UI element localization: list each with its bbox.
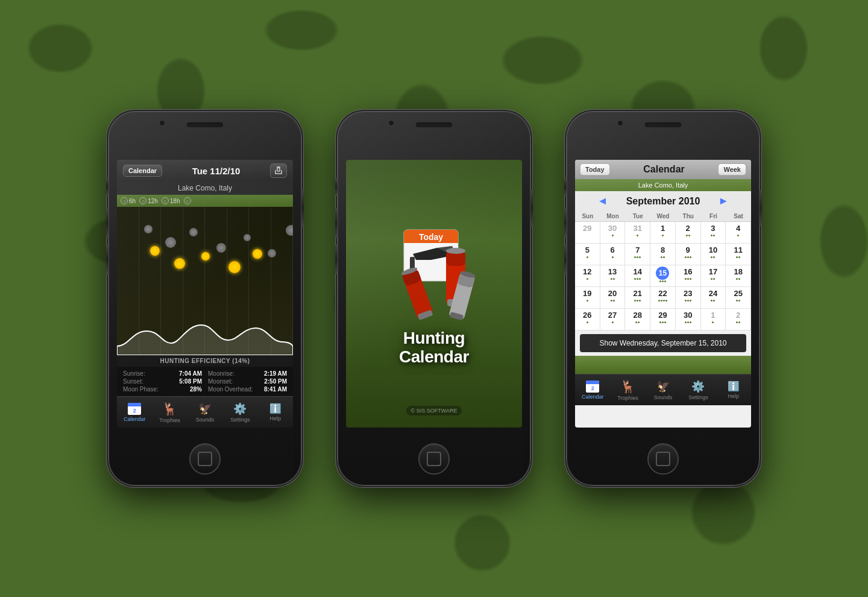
volume-down-button[interactable] xyxy=(106,244,108,274)
tab-help[interactable]: ℹ️ Help xyxy=(258,397,293,428)
cal-dots-1-2 xyxy=(633,256,642,259)
moonset-value: 2:50 PM xyxy=(264,378,287,385)
cal-dots-0-5 xyxy=(709,234,716,237)
cal-cell-2-0[interactable]: 12 xyxy=(575,265,600,287)
tab3-sounds[interactable]: 🦅 Sounds xyxy=(646,374,681,405)
cal-cell-0-5[interactable]: 3 xyxy=(701,222,726,244)
cal-cell-4-6[interactable]: 2 xyxy=(726,309,751,330)
phone3-tabbar: 2 Calendar 🦌 Trophies 🦅 Sounds ⚙️ Settin… xyxy=(575,374,751,405)
cal-cell-4-2[interactable]: 28 xyxy=(625,309,650,330)
cal-cell-0-0[interactable]: 29 xyxy=(575,222,600,244)
home-button-3[interactable] xyxy=(649,444,678,473)
time-item-3: ⊙ 18h xyxy=(162,197,180,204)
sunrise-label: Sunrise: xyxy=(123,370,145,377)
tab3-trophies[interactable]: 🦌 Trophies xyxy=(610,374,645,405)
phone1-screen: Calendar Tue 11/2/10 Lake Como, Italy ⊙ … xyxy=(117,160,293,428)
phone1-header: Calendar Tue 11/2/10 xyxy=(117,160,293,182)
day-header-wed: Wed xyxy=(650,211,676,221)
sunrise-value: 7:04 AM xyxy=(179,370,202,377)
hunting-chart xyxy=(117,207,293,355)
sun-dot-3 xyxy=(201,252,210,261)
phone3-title: Calendar xyxy=(643,164,684,175)
cal-cell-1-1[interactable]: 6 xyxy=(600,244,626,265)
today-button[interactable]: Today xyxy=(580,163,610,175)
mute-button-3[interactable] xyxy=(564,178,567,196)
tab-settings[interactable]: ⚙️ Settings xyxy=(222,397,257,428)
month-title: September 2010 xyxy=(626,196,700,207)
share-button[interactable] xyxy=(270,163,287,178)
cal-cell-4-3[interactable]: 29 xyxy=(650,309,676,330)
tab3-calendar[interactable]: 2 Calendar xyxy=(575,374,610,405)
phone1-location: Lake Como, Italy xyxy=(117,182,293,195)
cal-cell-4-1[interactable]: 27 xyxy=(600,309,626,330)
cal-cell-0-1[interactable]: 30 xyxy=(600,222,626,244)
cal-dots-1-5 xyxy=(709,256,716,259)
power-button-3[interactable] xyxy=(760,190,762,226)
tab-sounds[interactable]: 🦅 Sounds xyxy=(187,397,222,428)
cal-cell-0-2[interactable]: 31 xyxy=(625,222,650,244)
calendar-icon: 2 xyxy=(128,403,141,415)
cal-cell-3-5[interactable]: 24 xyxy=(701,287,726,309)
home-button-2[interactable] xyxy=(420,444,448,473)
cal-icon-body: 2 xyxy=(128,406,141,415)
tab-trophies[interactable]: 🦌 Trophies xyxy=(152,397,187,428)
calendar-button[interactable]: Calendar xyxy=(123,165,162,177)
volume-up-button-3[interactable] xyxy=(564,208,567,238)
prev-month-button[interactable]: ◄ xyxy=(597,195,608,207)
cal-cell-1-4[interactable]: 9 xyxy=(676,244,701,265)
cal-cell-3-2[interactable]: 21 xyxy=(625,287,650,309)
cal-cell-2-6[interactable]: 18 xyxy=(726,265,751,287)
speaker-grill-3 xyxy=(645,122,681,127)
cal-cell-0-4[interactable]: 2 xyxy=(676,222,701,244)
cal-cell-4-5[interactable]: 1 xyxy=(701,309,726,330)
cal-cell-4-4[interactable]: 30 xyxy=(676,309,701,330)
cal-dots-4-3 xyxy=(658,321,667,324)
cal-dots-2-3 xyxy=(658,280,667,283)
mute-button-2[interactable] xyxy=(335,178,338,196)
volume-down-button-3[interactable] xyxy=(564,244,567,274)
cal-cell-3-1[interactable]: 20 xyxy=(600,287,626,309)
clock-icon-4: ⊙ xyxy=(184,197,191,204)
help-icon: ℹ️ xyxy=(269,403,281,414)
tab-sounds-label: Sounds xyxy=(196,417,215,423)
tab-calendar[interactable]: 2 Calendar xyxy=(117,397,152,428)
day-header-thu: Thu xyxy=(676,211,701,221)
cal-cell-2-5[interactable]: 17 xyxy=(701,265,726,287)
tab3-help[interactable]: ℹ️ Help xyxy=(716,374,751,405)
cal-cell-3-0[interactable]: 19 xyxy=(575,287,600,309)
cal-cell-2-2[interactable]: 14 xyxy=(625,265,650,287)
power-button[interactable] xyxy=(301,190,304,226)
cal-cell-1-6[interactable]: 11 xyxy=(726,244,751,265)
home-button-1[interactable] xyxy=(190,444,219,473)
trophies-icon-3: 🦌 xyxy=(620,379,635,394)
next-month-button[interactable]: ► xyxy=(718,195,729,207)
cal-cell-2-1[interactable]: 13 xyxy=(600,265,626,287)
phone3-location: Lake Como, Italy xyxy=(575,179,751,191)
efficiency-wave xyxy=(117,319,293,355)
cal-cell-2-3[interactable]: 15 xyxy=(650,265,676,287)
volume-up-button-2[interactable] xyxy=(335,208,338,238)
tab3-sounds-label: Sounds xyxy=(654,394,673,400)
cal-cell-3-4[interactable]: 23 xyxy=(676,287,701,309)
cal-dots-0-1 xyxy=(611,234,615,237)
mute-button[interactable] xyxy=(106,178,108,196)
week-button[interactable]: Week xyxy=(718,163,746,175)
show-date-bar[interactable]: Show Wednesday, September 15, 2010 xyxy=(580,334,746,352)
cal-cell-3-6[interactable]: 25 xyxy=(726,287,751,309)
cal-cell-1-3[interactable]: 8 xyxy=(650,244,676,265)
cal-cell-1-5[interactable]: 10 xyxy=(701,244,726,265)
cal-cell-0-6[interactable]: 4 xyxy=(726,222,751,244)
cal-cell-4-0[interactable]: 26 xyxy=(575,309,600,330)
sun-dot-4 xyxy=(228,261,241,273)
cal-cell-2-4[interactable]: 16 xyxy=(676,265,701,287)
tab3-settings[interactable]: ⚙️ Settings xyxy=(681,374,715,405)
volume-down-button-2[interactable] xyxy=(335,244,338,274)
volume-up-button[interactable] xyxy=(106,208,108,238)
cal-cell-0-3[interactable]: 1 xyxy=(650,222,676,244)
cal-dots-4-5 xyxy=(711,321,715,324)
power-button-2[interactable] xyxy=(530,190,533,226)
cal-cell-3-3[interactable]: 22 xyxy=(650,287,676,309)
phone-3: Today Calendar Week Lake Como, Italy ◄ S… xyxy=(567,112,760,485)
cal-cell-1-2[interactable]: 7 xyxy=(625,244,650,265)
cal-cell-1-0[interactable]: 5 xyxy=(575,244,600,265)
